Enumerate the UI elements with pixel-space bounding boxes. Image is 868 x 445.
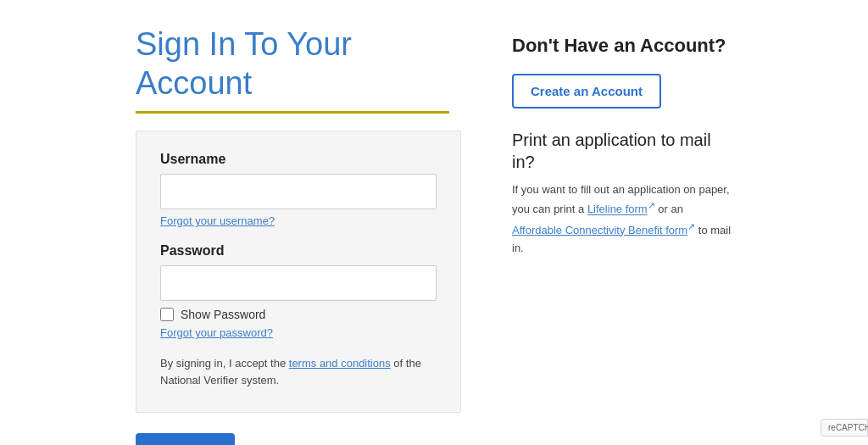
right-panel: Don't Have an Account? Create an Account… bbox=[512, 25, 732, 445]
print-section-title: Print an application to mail in? bbox=[512, 129, 732, 173]
acb-form-link[interactable]: Affordable Connectivity Benefit form bbox=[512, 224, 687, 236]
print-desc-middle: or an bbox=[655, 203, 683, 216]
login-form-card: Username Forgot your username? Password … bbox=[136, 131, 461, 413]
recaptcha-label: reCAPTCHA bbox=[828, 423, 868, 432]
page-title: Sign In To Your Account bbox=[136, 25, 461, 103]
password-label: Password bbox=[160, 243, 437, 259]
sign-in-button[interactable]: Sign In bbox=[136, 433, 235, 445]
print-description: If you want to fill out an application o… bbox=[512, 181, 732, 258]
lifeline-form-link[interactable]: Lifeline form bbox=[587, 203, 648, 216]
forgot-username-link[interactable]: Forgot your username? bbox=[160, 214, 275, 227]
terms-text: By signing in, I accept the terms and co… bbox=[160, 355, 437, 388]
dont-have-account-title: Don't Have an Account? bbox=[512, 34, 732, 58]
username-field-group: Username Forgot your username? bbox=[160, 152, 437, 228]
show-password-label: Show Password bbox=[181, 308, 265, 321]
show-password-checkbox[interactable] bbox=[160, 308, 174, 321]
username-input[interactable] bbox=[160, 174, 437, 209]
left-panel: Sign In To Your Account Username Forgot … bbox=[136, 25, 461, 445]
lifeline-external-icon: ↗ bbox=[648, 198, 655, 214]
username-label: Username bbox=[160, 152, 437, 167]
terms-prefix: By signing in, I accept the bbox=[160, 357, 289, 370]
page-container: Sign In To Your Account Username Forgot … bbox=[0, 0, 868, 445]
acb-external-icon: ↗ bbox=[687, 220, 695, 235]
show-password-row: Show Password bbox=[160, 308, 437, 321]
terms-and-conditions-link[interactable]: terms and conditions bbox=[289, 357, 391, 370]
title-underline bbox=[136, 111, 449, 114]
forgot-password-link[interactable]: Forgot your password? bbox=[160, 326, 273, 339]
password-field-group: Password Show Password Forgot your passw… bbox=[160, 243, 437, 340]
create-account-button[interactable]: Create an Account bbox=[512, 74, 661, 108]
recaptcha-badge: reCAPTCHA bbox=[821, 419, 868, 437]
password-input[interactable] bbox=[160, 265, 437, 301]
